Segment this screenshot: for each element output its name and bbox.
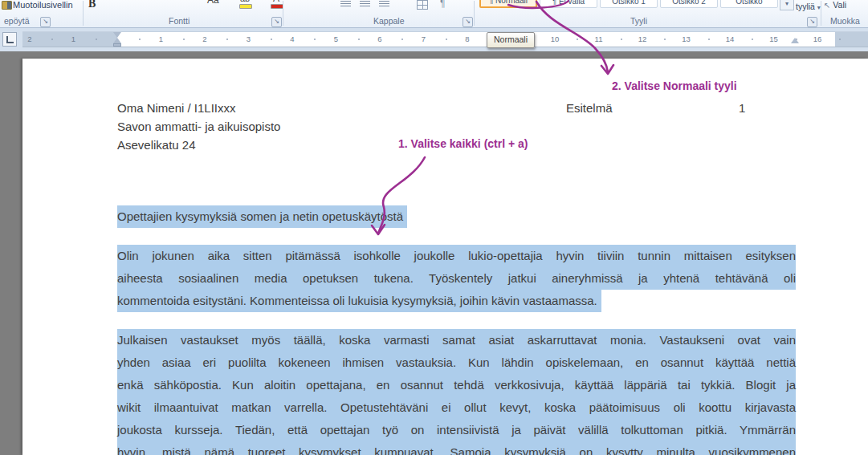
select-button-label: Vali bbox=[833, 0, 846, 10]
selected-text-line[interactable]: aiheesta sosiaalinen media opetuksen tuk… bbox=[117, 267, 796, 290]
ruler-number: 2 bbox=[202, 32, 206, 47]
style-gallery-item-label: Otsikko bbox=[721, 0, 777, 6]
font-color-bar-icon[interactable] bbox=[271, 4, 283, 9]
selected-text: kommentoida esitystäni. Kommenteissa oli… bbox=[117, 290, 601, 312]
gallery-more-button[interactable]: ▾ bbox=[780, 0, 794, 10]
selected-text-line[interactable]: Opettajien kysymyksiä somen ja netin ope… bbox=[117, 205, 796, 228]
change-styles-label: tyyliä bbox=[796, 2, 815, 11]
ruler-tick bbox=[96, 39, 97, 40]
clipboard-group-label: epöytä bbox=[4, 16, 30, 26]
annotation-step1: 1. Valitse kaikki (ctrl + a) bbox=[398, 137, 528, 150]
header-author: Oma Nimeni / I1LIIxxx bbox=[117, 101, 236, 115]
show-marks-icon[interactable]: ¶ bbox=[440, 0, 445, 9]
first-line-indent-marker[interactable] bbox=[113, 32, 121, 38]
header-page-number: 1 bbox=[739, 101, 745, 115]
ruler-tick bbox=[446, 39, 447, 40]
selected-text-line[interactable]: kommentoida esitystäni. Kommenteissa oli… bbox=[117, 290, 796, 312]
group-divider bbox=[474, 1, 475, 26]
font-dialog-launcher[interactable]: ↘ bbox=[271, 17, 282, 27]
ruler-number: 15 bbox=[769, 32, 778, 47]
style-tooltip: Normaali bbox=[487, 32, 535, 48]
bold-button[interactable]: B bbox=[88, 0, 96, 10]
ruler-tick bbox=[183, 39, 185, 40]
ruler-number: 11 bbox=[595, 32, 603, 47]
selected-text-line[interactable]: Olin jokunen aika sitten pitämässä isohk… bbox=[117, 245, 796, 267]
horizontal-ruler[interactable]: 1234567891011121314151612 bbox=[22, 32, 868, 47]
selected-text: Opettajien kysymyksiä somen ja netin ope… bbox=[117, 205, 407, 228]
style-gallery-item-label: ¶ Ei väliä bbox=[540, 0, 597, 6]
ruler-tick bbox=[839, 39, 841, 40]
select-arrow-icon: ↖ bbox=[824, 1, 830, 10]
change-styles-button[interactable]: tyyliä ▾ bbox=[796, 2, 821, 11]
ruler-number: 16 bbox=[813, 32, 822, 47]
clipboard-dialog-launcher[interactable]: ↘ bbox=[40, 17, 51, 27]
ruler-number: 7 bbox=[422, 32, 426, 47]
selected-text-line[interactable]: joukosta kursseja. Tiedän, että opettaja… bbox=[117, 419, 796, 441]
ruler-tick bbox=[51, 39, 53, 40]
paragraph-dialog-launcher[interactable]: ↘ bbox=[463, 17, 473, 27]
styles-dialog-launcher[interactable]: ↘ bbox=[807, 17, 817, 27]
word-window: Muotoilusivellin epöytä ↘ B Aa ab A Font… bbox=[0, 0, 868, 455]
left-indent-marker[interactable] bbox=[113, 43, 121, 47]
selected-text-line[interactable]: enkä sähköpostia. Kun aloitin opettajana… bbox=[117, 374, 796, 396]
text-highlight-icon[interactable]: ab bbox=[240, 0, 250, 3]
ruler-tick bbox=[358, 39, 360, 40]
selected-text-line[interactable]: wikit ilmaantuivat matkan varrella. Opet… bbox=[117, 396, 796, 419]
style-gallery-item[interactable]: ¶ Normaali bbox=[479, 0, 537, 8]
left-tab-icon bbox=[6, 36, 14, 43]
format-painter-button[interactable]: Muotoilusivellin bbox=[13, 0, 73, 10]
ruler-number: 14 bbox=[726, 32, 735, 47]
ribbon: Muotoilusivellin epöytä ↘ B Aa ab A Font… bbox=[0, 0, 868, 28]
ruler-number: 8 bbox=[465, 32, 469, 47]
tab-selector[interactable] bbox=[2, 32, 17, 47]
highlight-color-bar-icon[interactable] bbox=[239, 4, 252, 9]
ruler-tick bbox=[708, 39, 710, 40]
select-button[interactable]: ↖ Vali bbox=[824, 0, 846, 10]
style-gallery-item-label: Otsikko 1 bbox=[601, 0, 657, 6]
font-group-label: Fontti bbox=[169, 16, 189, 26]
style-gallery-item[interactable]: Otsikko 1 bbox=[600, 0, 658, 8]
ruler-number: 3 bbox=[247, 32, 251, 47]
ruler-number: 12 bbox=[638, 32, 647, 47]
editing-group-label: Muokka bbox=[830, 16, 860, 26]
justify-icon[interactable] bbox=[379, 1, 389, 8]
paragraph-group-label: Kappale bbox=[373, 16, 405, 26]
style-gallery: ¶ Normaali¶ Ei väliäOtsikko 1Otsikko 2Ot… bbox=[479, 0, 778, 10]
ruler-tick bbox=[271, 39, 272, 40]
styles-group-label: Tyyli bbox=[630, 16, 647, 26]
style-gallery-item[interactable]: Otsikko bbox=[720, 0, 778, 8]
ruler-tick bbox=[621, 39, 622, 40]
ruler-number: 4 bbox=[290, 32, 294, 47]
style-gallery-item[interactable]: Otsikko 2 bbox=[660, 0, 718, 8]
borders-icon[interactable] bbox=[417, 0, 428, 10]
right-indent-marker[interactable] bbox=[791, 38, 799, 43]
selected-text-line[interactable]: yhden asiaa eri puolilta kokeneen ihmise… bbox=[117, 351, 796, 374]
group-divider bbox=[821, 1, 821, 26]
ruler-number: 13 bbox=[682, 32, 691, 47]
format-painter-icon bbox=[2, 1, 12, 10]
hanging-indent-marker[interactable] bbox=[113, 38, 121, 43]
style-gallery-item-label: ¶ Normaali bbox=[481, 0, 536, 5]
style-gallery-item[interactable]: ¶ Ei väliä bbox=[540, 0, 597, 8]
align-center-icon[interactable] bbox=[360, 1, 370, 8]
ruler-number: 1 bbox=[159, 32, 163, 47]
align-left-icon[interactable] bbox=[340, 1, 351, 8]
selected-text-line[interactable]: Julkaisen vastaukset myös täällä, koska … bbox=[117, 329, 796, 351]
selected-text-line[interactable]: hyvin, mistä nämä tuoreet kysymykset kum… bbox=[117, 441, 796, 455]
ruler-number: 5 bbox=[334, 32, 338, 47]
header-doc-type: Esitelmä bbox=[566, 101, 613, 115]
group-divider bbox=[83, 1, 84, 26]
ruler-number: 2 bbox=[27, 32, 31, 47]
annotation-step2: 2. Valitse Normaali tyyli bbox=[612, 79, 737, 92]
ruler-number: 1 bbox=[71, 32, 75, 47]
ruler-number: 6 bbox=[377, 32, 381, 47]
ruler-number: 10 bbox=[551, 32, 560, 47]
style-gallery-item-label: Otsikko 2 bbox=[661, 0, 717, 6]
ruler-strip: 1234567891011121314151612 bbox=[0, 28, 868, 51]
change-case-icon[interactable]: Aa bbox=[207, 0, 219, 6]
group-divider bbox=[283, 1, 283, 26]
header-address: Asevelikatu 24 bbox=[117, 138, 196, 152]
header-organization: Savon ammatti- ja aikuisopisto bbox=[117, 120, 280, 133]
